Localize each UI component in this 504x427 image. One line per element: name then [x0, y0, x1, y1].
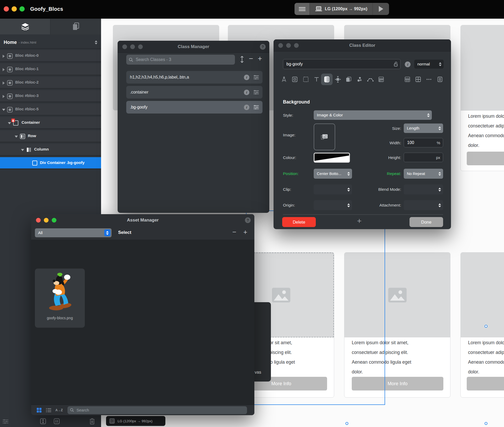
class-list-item[interactable]: h1,h2,h3,h4,h5,h6,p,label,.btn,a i — [126, 71, 262, 84]
height-input[interactable] — [407, 155, 425, 160]
class-list-item[interactable]: .container i — [126, 86, 262, 99]
preview-button[interactable] — [373, 3, 389, 15]
settings-sliders-icon[interactable] — [3, 419, 8, 424]
page-stepper-icon[interactable] — [95, 40, 97, 44]
selection-handle[interactable] — [485, 325, 487, 328]
layout-compass-icon[interactable] — [278, 74, 290, 85]
close-window-button[interactable] — [4, 6, 9, 12]
tab-layers[interactable] — [0, 19, 50, 34]
padding-vertical-icon[interactable] — [40, 418, 46, 424]
selection-handle[interactable] — [485, 422, 487, 425]
info-icon[interactable]: i — [244, 105, 249, 110]
style-dropdown[interactable]: Image & Color — [314, 110, 432, 120]
asset-search-input[interactable] — [76, 408, 244, 413]
class-search-field[interactable] — [126, 55, 235, 65]
shadow-icon[interactable] — [343, 74, 354, 85]
help-button[interactable]: ? — [260, 44, 266, 50]
colour-swatch[interactable] — [314, 153, 350, 163]
help-button[interactable]: ? — [245, 217, 251, 223]
clip-dropdown[interactable] — [314, 184, 352, 194]
filters-icon[interactable] — [375, 74, 387, 85]
layer-row-row[interactable]: Row — [0, 130, 101, 143]
add-asset-button[interactable]: + — [243, 229, 247, 235]
selection-handle[interactable] — [345, 422, 348, 425]
remove-class-button[interactable]: − — [249, 56, 253, 61]
class-manager-titlebar[interactable]: Class Manager ? — [118, 41, 269, 53]
remove-asset-button[interactable]: − — [232, 229, 236, 235]
disclosure-icon[interactable] — [3, 55, 5, 58]
height-field[interactable]: px — [404, 153, 443, 162]
grid-icon[interactable] — [412, 74, 424, 85]
position-dropdown[interactable]: Center Botto... — [314, 169, 352, 179]
grid-view-icon[interactable] — [36, 408, 42, 413]
sort-az-button[interactable]: A→Z — [55, 408, 63, 412]
breakpoint-status-pill[interactable]: LG (1200px → 992px) — [106, 416, 165, 426]
width-input[interactable] — [407, 140, 425, 145]
breakpoint-selector[interactable]: LG (1200px → 992px) — [310, 3, 373, 15]
class-list-item-selected[interactable]: .bg-goofy i — [126, 101, 262, 114]
list-view-icon[interactable] — [46, 408, 51, 412]
border-icon[interactable] — [289, 74, 301, 85]
layer-row-bloc-5[interactable]: Bloc #bloc-5 — [0, 104, 101, 116]
blend-mode-dropdown[interactable] — [404, 184, 443, 194]
class-search-input[interactable] — [135, 57, 232, 62]
layer-row-container[interactable]: Container — [0, 117, 101, 129]
color-adjust-icon[interactable] — [354, 74, 365, 85]
background-image-well[interactable] — [314, 124, 335, 150]
disclosure-icon[interactable] — [8, 122, 11, 124]
size-dropdown[interactable]: Length — [404, 124, 443, 133]
asset-search-field[interactable] — [67, 406, 247, 414]
edit-style-icon[interactable] — [254, 90, 259, 94]
custom-code-icon[interactable] — [434, 74, 446, 85]
layer-row-bloc-2[interactable]: Bloc #bloc-2 — [0, 77, 101, 89]
info-icon[interactable]: i — [244, 75, 249, 80]
repeat-dropdown[interactable]: No Repeat — [404, 169, 443, 179]
select-mode-button[interactable]: Select — [118, 230, 131, 235]
layer-row-column[interactable]: Column — [0, 144, 101, 156]
layer-row-div-container-selected[interactable]: Div Container .bg-goofy — [0, 157, 101, 169]
state-dropdown[interactable]: normal — [414, 60, 444, 69]
bezier-transition-icon[interactable] — [365, 74, 376, 85]
menu-button[interactable] — [295, 3, 310, 15]
disclosure-icon[interactable] — [15, 136, 18, 138]
asset-filter-dropdown[interactable]: All — [35, 228, 112, 237]
disclosure-icon[interactable] — [3, 68, 5, 71]
edit-style-icon[interactable] — [254, 75, 259, 79]
class-name-input[interactable] — [286, 61, 394, 67]
trash-icon[interactable] — [89, 418, 95, 425]
minimize-window-button[interactable] — [12, 6, 17, 12]
class-name-field[interactable] — [283, 59, 401, 69]
more-info-button[interactable]: More Info — [467, 377, 504, 390]
attachment-dropdown[interactable] — [404, 200, 443, 210]
margin-vertical-icon[interactable] — [54, 418, 60, 424]
width-field[interactable]: % — [404, 138, 443, 147]
delete-button[interactable]: Delete — [282, 217, 316, 227]
edit-style-icon[interactable] — [254, 105, 259, 109]
content-card[interactable]: Lorem ipsum dolor sit amet, consectetuer… — [460, 25, 504, 171]
asset-item-goofy[interactable]: goofy-blocs.png — [35, 269, 85, 328]
table-icon[interactable] — [402, 74, 413, 85]
add-class-button[interactable]: + — [258, 56, 262, 61]
disclosure-icon[interactable] — [2, 109, 5, 111]
info-icon[interactable]: i — [405, 61, 411, 67]
tab-pages[interactable] — [50, 19, 101, 34]
typography-icon[interactable] — [311, 74, 322, 85]
more-options-icon[interactable] — [423, 74, 435, 85]
disclosure-icon[interactable] — [3, 95, 5, 98]
card-image-placeholder[interactable] — [461, 25, 504, 111]
page-selector[interactable]: Home - index.html — [0, 36, 101, 49]
content-card[interactable]: Lorem ipsum dolor sit amet, consectetuer… — [460, 252, 504, 398]
background-icon-active[interactable] — [321, 74, 333, 85]
more-info-button[interactable]: More Info — [467, 152, 504, 165]
layer-row-bloc-1[interactable]: Bloc #bloc-1 — [0, 63, 101, 76]
origin-dropdown[interactable] — [314, 200, 352, 210]
zoom-window-button[interactable] — [19, 6, 25, 12]
layer-row-bloc-3[interactable]: Bloc #bloc-3 — [0, 90, 101, 102]
asset-manager-titlebar[interactable]: Asset Manager ? All Select − + — [31, 214, 254, 240]
unlock-icon[interactable] — [394, 61, 398, 67]
class-editor-titlebar[interactable]: Class Editor — [274, 39, 451, 52]
done-button[interactable]: Done — [410, 217, 443, 227]
layer-row-bloc-0[interactable]: Bloc #bloc-0 — [0, 50, 101, 62]
info-icon[interactable]: i — [244, 90, 249, 95]
disclosure-icon[interactable] — [21, 149, 24, 151]
